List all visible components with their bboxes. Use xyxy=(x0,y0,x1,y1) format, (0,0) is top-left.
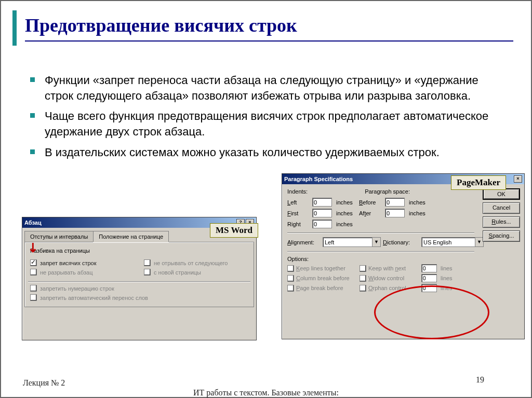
divider xyxy=(287,232,474,233)
dialog-title: Абзац xyxy=(24,219,42,226)
input-right[interactable] xyxy=(312,219,332,228)
slide-title: Предотвращение висячих строк xyxy=(25,15,297,36)
input-after[interactable] xyxy=(385,209,405,217)
checkbox-no-hyphenation[interactable] xyxy=(30,294,37,301)
chevron-down-icon: ▼ xyxy=(372,238,380,246)
label-keep-with-next: Keep with next xyxy=(368,265,420,271)
close-button[interactable]: × xyxy=(514,175,522,183)
label-keep-lines-together: Keep lines together xyxy=(296,265,358,271)
checkbox-keep-with-next[interactable] xyxy=(144,259,151,266)
label-alignment: Alignment: xyxy=(287,239,321,245)
bullet-item: В издательских системах можно указать ко… xyxy=(30,145,508,160)
label-options: Options: xyxy=(287,256,474,262)
label-suppress-line-numbers: запретить нумерацию строк xyxy=(40,285,114,292)
checkbox-page-break-before[interactable] xyxy=(144,269,151,276)
divider xyxy=(28,281,250,282)
bullet-item: Чаще всего функция предотвращения висячи… xyxy=(30,108,508,139)
bullet-item: Функции «запрет переноса части абзаца на… xyxy=(30,73,508,103)
label-right: Right xyxy=(287,221,312,227)
label-keep-with-next: не отрывать от следующего xyxy=(154,260,228,266)
combo-alignment-value: Left xyxy=(325,239,334,245)
label-page-break-before: с новой страницы xyxy=(154,269,201,276)
label-widow-control: Widow control xyxy=(368,275,420,281)
checkbox-suppress-line-numbers[interactable] xyxy=(30,285,37,292)
bullet-list: Функции «запрет переноса части абзаца на… xyxy=(30,73,508,165)
label-no-hyphenation: запретить автоматический перенос слов xyxy=(40,295,148,301)
checkbox-widow-control[interactable] xyxy=(30,259,37,266)
label-widow-control: запрет висячих строк xyxy=(40,260,97,266)
label-msword: MS Word xyxy=(210,223,258,238)
divider xyxy=(287,251,474,252)
footer-left: Лекция № 2 xyxy=(23,378,65,388)
label-column-break-before: Column break before xyxy=(296,275,358,281)
checkbox-column-break-before[interactable] xyxy=(287,275,294,282)
label-page-break-before: Page break before xyxy=(296,285,358,291)
group-pagination: Разбивка на страницы xyxy=(30,248,250,254)
input-left[interactable] xyxy=(312,198,332,207)
input-first[interactable] xyxy=(312,209,332,217)
tab-pane: Разбивка на страницы запрет висячих стро… xyxy=(24,242,254,307)
chevron-down-icon: ▼ xyxy=(475,238,483,246)
label-left: Left xyxy=(287,199,312,205)
title-rule xyxy=(25,40,513,42)
checkbox-keep-lines-together[interactable] xyxy=(287,265,294,272)
label-pagemaker: PageMaker xyxy=(451,175,506,190)
unit-inches: inches xyxy=(336,210,359,216)
unit-lines: lines xyxy=(441,275,456,281)
label-first: First xyxy=(287,210,312,216)
input-widow[interactable] xyxy=(421,274,437,282)
unit-inches: inches xyxy=(409,199,432,205)
tab-page-position[interactable]: Положение на странице xyxy=(93,231,169,242)
rules-button[interactable]: Rules... xyxy=(483,216,520,228)
input-keep-with-next[interactable] xyxy=(421,264,437,272)
label-keep-together: не разрывать абзац xyxy=(40,269,93,276)
label-paragraph-space: Paragraph space: xyxy=(365,188,410,195)
unit-inches: inches xyxy=(336,221,359,227)
combo-dictionary[interactable]: US English ▼ xyxy=(421,237,484,247)
checkbox-orphan-control[interactable] xyxy=(360,285,366,292)
ok-button[interactable]: OK xyxy=(483,188,520,200)
combo-dictionary-value: US English xyxy=(423,239,451,245)
footer-page-number: 19 xyxy=(476,375,484,385)
callout-circle xyxy=(374,285,489,339)
checkbox-keep-with-next[interactable] xyxy=(360,265,366,272)
label-after: After xyxy=(359,210,385,216)
label-dictionary: Dictionary: xyxy=(383,239,419,245)
accent-bar xyxy=(12,10,17,46)
checkbox-widow-control[interactable] xyxy=(360,275,366,282)
checkbox-keep-together[interactable] xyxy=(30,269,37,276)
combo-alignment[interactable]: Left ▼ xyxy=(323,237,381,247)
checkbox-page-break-before[interactable] xyxy=(287,285,294,292)
label-before: Before xyxy=(359,199,385,205)
unit-inches: inches xyxy=(336,199,359,205)
cancel-button[interactable]: Cancel xyxy=(483,202,520,214)
dialog-title: Paragraph Specifications xyxy=(284,176,353,182)
spacing-button[interactable]: Spacing... xyxy=(483,230,520,242)
label-indents: Indents: xyxy=(287,188,308,195)
input-before[interactable] xyxy=(385,198,405,207)
footer-center: ИТ работы с текстом. Базовые элементы: С… xyxy=(1,388,531,398)
unit-inches: inches xyxy=(409,210,432,216)
unit-lines: lines xyxy=(441,265,456,271)
